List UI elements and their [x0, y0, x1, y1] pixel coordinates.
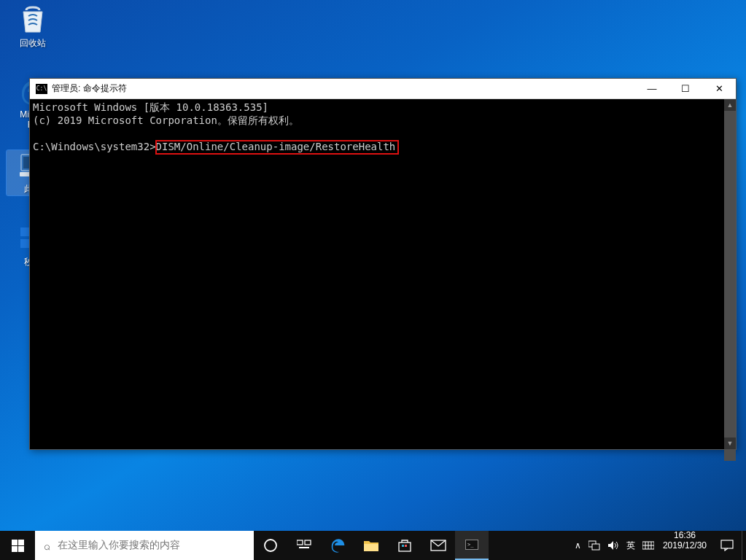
search-placeholder: 在这里输入你要搜索的内容 [58, 539, 180, 552]
tray-expand-button[interactable]: ∧ [575, 540, 581, 551]
svg-rect-10 [305, 540, 311, 545]
volume-icon[interactable] [607, 540, 619, 551]
cmd-icon: >_ [465, 540, 478, 550]
date-text: 2019/12/30 [663, 541, 707, 551]
system-tray: ∧ 英 [572, 531, 657, 560]
cmd-taskbar-button[interactable]: >_ [455, 531, 489, 560]
scroll-up-icon[interactable]: ▲ [724, 99, 736, 111]
folder-icon [363, 539, 379, 552]
ime-keyboard-icon[interactable] [642, 540, 654, 551]
icon-label: 回收站 [7, 38, 59, 48]
start-button[interactable] [0, 531, 35, 560]
terminal-area[interactable]: Microsoft Windows [版本 10.0.18363.535] (c… [30, 99, 736, 449]
titlebar[interactable]: C:\ 管理员: 命令提示符 — ☐ ✕ [30, 79, 736, 99]
cmd-titlebar-icon: C:\ [36, 84, 47, 94]
recycle-bin-icon [7, 4, 59, 35]
edge-taskbar-button[interactable] [321, 531, 354, 560]
svg-rect-24 [721, 540, 733, 548]
terminal-output: Microsoft Windows [版本 10.0.18363.535] (c… [30, 99, 736, 155]
window-title: 管理员: 命令提示符 [52, 82, 635, 95]
notification-button[interactable] [712, 531, 742, 560]
ime-language-button[interactable]: 英 [626, 540, 635, 552]
windows-logo-icon [12, 540, 24, 552]
scroll-down-icon[interactable]: ▼ [724, 438, 736, 449]
maximize-button[interactable]: ☐ [669, 79, 702, 98]
typed-command: DISM/Online/Cleanup-image/RestoreHealth [156, 141, 399, 154]
search-icon: ⌕ [44, 540, 50, 552]
svg-rect-12 [364, 544, 378, 551]
task-view-icon [297, 539, 311, 552]
store-icon [397, 538, 412, 553]
minimize-button[interactable]: — [635, 79, 669, 98]
scroll-thumb[interactable] [724, 111, 736, 461]
command-prompt-window: C:\ 管理员: 命令提示符 — ☐ ✕ Microsoft Windows [… [29, 78, 737, 450]
svg-rect-14 [402, 545, 404, 547]
cortana-icon [263, 538, 278, 553]
store-button[interactable] [388, 531, 421, 560]
time-text: 16:36 [663, 531, 707, 541]
prompt: C:\Windows\system32> [33, 141, 156, 152]
edge-icon [330, 537, 346, 553]
show-desktop-button[interactable] [742, 531, 746, 560]
close-button[interactable]: ✕ [702, 79, 736, 98]
svg-rect-15 [405, 545, 407, 547]
taskbar: ⌕ 在这里输入你要搜索的内容 >_ [0, 531, 746, 560]
notification-icon [720, 540, 734, 551]
file-explorer-button[interactable] [354, 531, 388, 560]
svg-rect-11 [299, 547, 309, 548]
cortana-button[interactable] [254, 531, 287, 560]
svg-rect-9 [297, 540, 303, 545]
clock[interactable]: 16:36 2019/12/30 [657, 531, 712, 560]
scrollbar[interactable]: ▲ ▼ [724, 99, 736, 449]
desktop-icon-recycle-bin[interactable]: 回收站 [7, 4, 59, 48]
network-icon[interactable] [588, 540, 600, 551]
svg-point-8 [265, 540, 276, 551]
mail-button[interactable] [421, 531, 455, 560]
svg-rect-18 [592, 544, 599, 550]
search-box[interactable]: ⌕ 在这里输入你要搜索的内容 [35, 531, 254, 560]
mail-icon [430, 540, 446, 551]
task-view-button[interactable] [287, 531, 321, 560]
